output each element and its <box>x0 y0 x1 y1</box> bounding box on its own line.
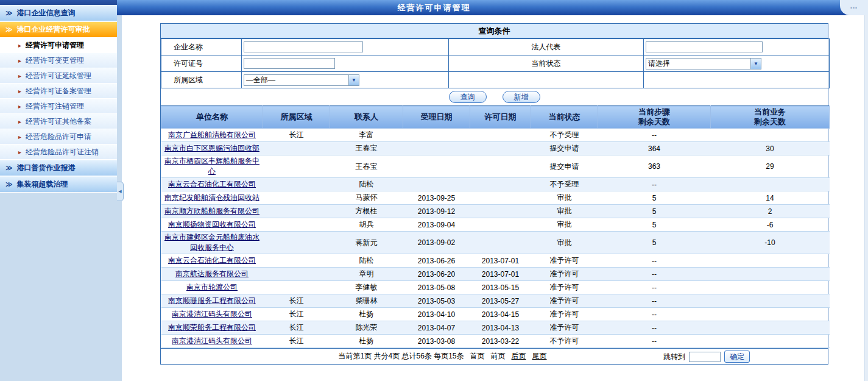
step-days-cell: 5 <box>598 191 711 205</box>
status-cell: 审批 <box>531 191 598 205</box>
sidebar-subitem[interactable]: ▸经营许可证延续管理 <box>0 68 117 84</box>
sidebar-subitem[interactable]: ▸经营许可证备案管理 <box>0 84 117 99</box>
license-date-cell <box>470 232 531 254</box>
sidebar-subitem[interactable]: ▸经营危险品许可申请 <box>0 129 117 144</box>
sidebar-subitem[interactable]: ▸经营危险品许可证注销 <box>0 144 117 160</box>
step-days-cell: -- <box>598 335 711 348</box>
company-cell: 南京云合石油化工有限公司 <box>161 178 263 191</box>
company-cell: 南京港清江码头有限公司 <box>161 335 263 348</box>
accept-date-cell: 2013-04-10 <box>403 308 470 321</box>
sidebar-item-label: 经营危险品许可申请 <box>26 132 91 142</box>
last-page-link[interactable]: 尾页 <box>532 351 547 361</box>
license-date-cell <box>470 178 531 191</box>
region-cell <box>263 281 330 294</box>
license-date-cell <box>470 191 531 205</box>
step-days-cell: -- <box>598 268 711 281</box>
company-cell: 南京纪发船舶清仓残油回收站 <box>161 191 263 205</box>
column-header: 当前业务 剩余天数 <box>711 106 830 129</box>
company-link[interactable]: 南京顺方欣船舶服务有限公司 <box>164 207 259 215</box>
contact-cell: 陈光荣 <box>330 321 403 335</box>
sidebar-collapse-handle[interactable]: ◀ <box>117 182 124 201</box>
license-no-input[interactable] <box>244 58 335 69</box>
sidebar-item-label: 经营许可注销管理 <box>26 101 84 112</box>
query-section-title: 查询条件 <box>161 24 828 38</box>
sidebar-item[interactable]: ≫集装箱超载治理 <box>0 176 117 193</box>
company-link[interactable]: 南京广益船舶清舱有限公司 <box>168 130 256 139</box>
sidebar-subitem[interactable]: ▸经营许可申请管理 <box>0 38 117 53</box>
legal-rep-input[interactable] <box>646 41 763 52</box>
page-title: 经营许可申请管理 <box>0 0 868 15</box>
chevron-down-icon: ▼ <box>348 75 359 85</box>
contact-cell: 蒋新元 <box>330 232 403 254</box>
prev-page-link[interactable]: 前页 <box>491 351 506 361</box>
company-cell: 南京市轮渡公司 <box>161 281 263 294</box>
accept-date-cell: 2013-09-12 <box>403 205 470 218</box>
column-header: 受理日期 <box>403 106 470 129</box>
company-link[interactable]: 南京航达服务有限公司 <box>175 269 249 278</box>
sidebar-subitem[interactable]: ▸经营许可证其他备案 <box>0 114 117 129</box>
license-date-cell <box>470 142 531 155</box>
license-date-cell <box>470 129 531 142</box>
company-cell: 南京港清江码头有限公司 <box>161 308 263 321</box>
biz-days-cell: 30 <box>711 142 830 155</box>
sidebar-item-label: 经营许可申请管理 <box>26 40 84 51</box>
sidebar-subitem[interactable]: ▸经营许可变更管理 <box>0 53 117 68</box>
arrow-bullet-icon: ▸ <box>18 103 21 110</box>
company-link[interactable]: 南京港清江码头有限公司 <box>172 310 252 318</box>
company-link[interactable]: 南京云合石油化工有限公司 <box>168 256 256 265</box>
company-link[interactable]: 南京云合石油化工有限公司 <box>168 180 256 188</box>
add-button[interactable]: 新增 <box>503 91 540 103</box>
company-cell: 南京市建邺区金元船舶废油水回收服务中心 <box>161 232 263 254</box>
biz-days-cell <box>711 268 830 281</box>
accept-date-cell <box>403 178 470 191</box>
region-select[interactable]: —全部— ▼ <box>244 74 359 86</box>
company-link[interactable]: 南京顺荣船务工程有限公司 <box>168 323 256 332</box>
accept-date-cell: 2013-04-07 <box>403 321 470 335</box>
search-button[interactable]: 查询 <box>449 91 487 103</box>
step-days-cell: -- <box>598 308 711 321</box>
jump-page-input[interactable] <box>689 352 721 362</box>
form-row: 所属区域 —全部— ▼ <box>161 72 830 88</box>
sidebar-item[interactable]: ≫港口企业信息查询 <box>0 5 117 21</box>
results-header-row: 单位名称所属区域联系人受理日期许可日期当前状态当前步骤 剩余天数当前业务 剩余天… <box>161 106 830 129</box>
accept-date-cell: 2013-06-20 <box>403 268 470 281</box>
company-link[interactable]: 南京港清江码头有限公司 <box>172 336 252 345</box>
contact-cell: 陆松 <box>330 178 403 191</box>
sidebar-item-label: 港口企业信息查询 <box>17 8 76 18</box>
company-name-input[interactable] <box>244 41 363 52</box>
current-status-select[interactable]: 请选择 ▼ <box>646 58 761 69</box>
company-link[interactable]: 南京顺珊服务工程有限公司 <box>168 296 256 305</box>
biz-days-cell: 14 <box>711 191 830 205</box>
company-cell: 南京市白下区恩赐污油回收部 <box>161 142 263 155</box>
contact-cell: 马蒙怀 <box>330 191 403 205</box>
right-scrollbar-strip[interactable] <box>864 15 868 381</box>
first-page-link[interactable]: 首页 <box>470 351 485 361</box>
step-days-cell: 5 <box>598 232 711 254</box>
region-value: —全部— <box>244 75 275 85</box>
status-cell: 准予许可 <box>531 268 598 281</box>
column-header: 单位名称 <box>161 106 263 129</box>
accept-date-cell <box>403 142 470 155</box>
next-page-link[interactable]: 后页 <box>512 351 526 361</box>
table-row: 南京顺扬物资回收有限公司胡兵2013-09-04审批5-6 <box>161 218 830 232</box>
biz-days-cell <box>711 321 830 335</box>
company-link[interactable]: 南京市建邺区金元船舶废油水回收服务中心 <box>164 233 259 252</box>
sidebar-item-label: 经营许可证其他备案 <box>26 116 91 127</box>
biz-days-cell: -6 <box>711 218 830 232</box>
company-link[interactable]: 南京顺扬物资回收有限公司 <box>168 220 256 229</box>
sidebar-item-label: 经营许可证备案管理 <box>26 86 91 96</box>
company-link[interactable]: 南京市轮渡公司 <box>186 283 238 291</box>
sidebar-menu: ≫港口企业信息查询≫港口企业经营许可审批▸经营许可申请管理▸经营许可变更管理▸经… <box>0 5 117 193</box>
sidebar-subitem[interactable]: ▸经营许可注销管理 <box>0 99 117 114</box>
accept-date-cell: 2013-03-08 <box>403 335 470 348</box>
company-link[interactable]: 南京市栖霞区丰辉船舶服务中心 <box>164 157 259 176</box>
sidebar-item[interactable]: ≫港口普货作业报港 <box>0 160 117 176</box>
confirm-button[interactable]: 确定 <box>724 351 750 363</box>
company-link[interactable]: 南京市白下区恩赐污油回收部 <box>164 144 259 152</box>
form-row: 许可证号 当前状态 请选择 ▼ <box>161 55 830 72</box>
sidebar-item-label: 经营许可证延续管理 <box>26 71 91 81</box>
status-cell: 不予受理 <box>531 129 598 142</box>
sidebar-item[interactable]: ≫港口企业经营许可审批 <box>0 21 117 38</box>
jump-to-group: 跳转到 确定 <box>663 349 750 365</box>
company-link[interactable]: 南京纪发船舶清仓残油回收站 <box>164 193 259 202</box>
